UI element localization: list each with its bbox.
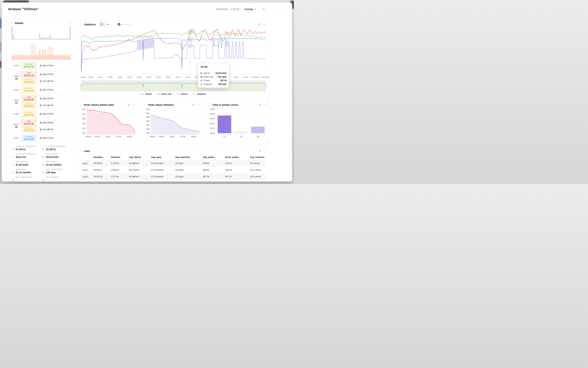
laps-cell: 6,79 km <box>109 162 127 165</box>
mini-bar <box>66 38 68 40</box>
workout-stat-label: MAX. PACE <box>16 169 40 171</box>
mini-bar <box>24 39 25 40</box>
axis-tick-label: 01:03:20 <box>262 76 269 78</box>
step-duration-cell: Work00:01:00 <box>21 120 37 126</box>
expand-icon[interactable] <box>128 104 130 106</box>
resize-handle[interactable] <box>267 142 268 143</box>
workout-step[interactable]: REPSx8Work00:00:30@ 350-370 WRecovery00:… <box>11 71 71 84</box>
laps-cell: 125 bpm <box>173 175 201 178</box>
mini-bar <box>37 39 39 40</box>
laps-cell: 166 W <box>201 169 224 171</box>
more-menu-icon[interactable] <box>197 104 199 105</box>
workout-step[interactable]: STEPRecovery00:05:00@ 150-170 W <box>11 110 71 118</box>
drag-handle-icon[interactable] <box>81 104 82 106</box>
time-mode-button[interactable] <box>99 22 105 27</box>
laps-cell: 01:28min/km <box>149 162 173 165</box>
sport-select[interactable]: Cycling <box>242 6 259 12</box>
axis-tick <box>87 134 87 135</box>
mini-bar <box>19 39 20 40</box>
distance-mode-button[interactable] <box>105 22 111 27</box>
table-row[interactable]: Lap 300:00:290,37 km45,56km/h01:19min/km… <box>81 173 266 180</box>
axis-tick <box>151 134 151 135</box>
step-kind-label: STEP <box>14 65 19 67</box>
axis-tick <box>256 75 256 76</box>
drag-handle-icon[interactable] <box>11 22 13 24</box>
laps-header-row: DurationDistanceAvg. SpeedAvg. paceAvg. … <box>81 154 266 160</box>
table-row[interactable]: Lap 400:00:310,4 km46,8km/h01:17min/km13… <box>81 180 266 182</box>
mini-bar <box>54 38 55 40</box>
heart-max-icon <box>11 179 14 182</box>
axis-tick <box>236 75 236 76</box>
more-menu-icon[interactable] <box>263 24 266 25</box>
axis-tick <box>81 75 81 76</box>
zoom-slider-knob[interactable] <box>118 23 120 26</box>
y-axis-label: 250 <box>146 128 149 130</box>
expand-icon[interactable] <box>258 23 261 26</box>
resize-handle[interactable] <box>267 96 268 97</box>
more-menu-icon[interactable] <box>68 23 71 23</box>
chart-legend: SpeedHeart ratePowerCadence <box>81 93 266 95</box>
zoom-slider[interactable] <box>115 24 131 25</box>
workout-stat-label: AVG. PACE <box>46 161 71 163</box>
workout-step[interactable]: STEPRecovery00:05:00@ 150-170 W <box>11 86 71 93</box>
y-axis-label: 155 <box>82 108 85 110</box>
drag-handle-icon[interactable] <box>81 150 82 152</box>
axis-tick-label: 05:00 <box>106 136 111 138</box>
step-duration: 00:05:00 <box>24 114 34 116</box>
chart-minimap[interactable] <box>81 81 266 91</box>
y-axis-label: 00:36 <box>210 118 215 120</box>
expand-icon[interactable] <box>259 150 261 152</box>
expand-icon[interactable] <box>192 104 194 106</box>
close-icon[interactable]: ✕ <box>262 7 266 11</box>
axis-tick-label: 03:20 <box>88 76 93 78</box>
workout-step[interactable]: REPSx6Work00:01:00@ 320-340 WRecovery00:… <box>11 119 71 133</box>
resize-handle[interactable] <box>200 142 202 143</box>
tooltip-series-dot <box>200 76 202 78</box>
workout-steps-list: STEPWarm-up00:30:00@ 150-170 WREPSx8Work… <box>11 62 71 142</box>
step-duration-cell: Work00:00:30 <box>21 71 37 78</box>
workout-step[interactable]: STEPWarm-up00:30:00@ 150-170 W <box>11 62 71 69</box>
drag-handle-icon[interactable] <box>209 104 211 106</box>
axis-tick <box>97 134 98 135</box>
table-row[interactable]: Lap 100:09:586,79 km40,89km/h01:28min/km… <box>81 160 266 167</box>
peak-power-chart <box>151 108 199 134</box>
legend-item[interactable]: Speed <box>141 93 152 95</box>
legend-swatch <box>157 94 160 94</box>
statistics-chart[interactable] <box>81 28 266 75</box>
step-target: @ 150-170 W <box>37 111 71 117</box>
y-axis-label: 450 <box>146 112 149 114</box>
mini-bar <box>51 38 53 40</box>
step-phase-label: Work <box>27 96 31 98</box>
workout-step[interactable]: STEPCool-down00:15:00@ 150-170 W <box>11 135 71 142</box>
minimap-left-handle[interactable] <box>80 84 82 88</box>
drag-handle-icon[interactable] <box>145 104 146 106</box>
table-row[interactable]: Lap 200:05:013,69 km44,17km/h01:22min/km… <box>81 167 266 173</box>
expand-icon[interactable] <box>259 104 261 106</box>
axis-tick-label: 06:40 <box>98 76 103 78</box>
legend-item[interactable]: Cadence <box>192 93 206 95</box>
step-kind: STEP <box>12 111 21 117</box>
workout-stats-grid: WORKOUT DURATION01:05:01ELAPSED DURATION… <box>11 146 71 182</box>
step-row: Recovery00:01:00@ 170-190 W <box>21 126 71 133</box>
mini-bar <box>35 39 36 40</box>
mini-bar <box>68 38 69 40</box>
workout-stat-value: 01:20 min/km <box>46 163 62 166</box>
workout-stat: AVG. PACE01:20 min/km <box>42 161 71 166</box>
more-menu-icon[interactable] <box>133 104 135 105</box>
legend-item[interactable]: Heart rate <box>157 93 172 95</box>
workout-stat: AVG. POWER <box>42 176 71 182</box>
details-panel: Details STEPWarm-up00:30:00@ 150-170 WRE… <box>8 19 74 182</box>
y-axis-label: 140 <box>82 123 85 125</box>
minimap-right-handle[interactable] <box>265 84 267 88</box>
mini-bar <box>13 34 14 40</box>
legend-item[interactable]: Power <box>176 93 188 95</box>
workout-step[interactable]: REPSx3Work00:02:00@ 300-320 WRecovery00:… <box>11 95 71 109</box>
resize-handle[interactable] <box>136 142 137 143</box>
more-menu-icon[interactable] <box>263 104 266 105</box>
more-menu-icon[interactable] <box>263 151 266 151</box>
y-axis-label: 130 <box>82 132 85 134</box>
workout-stat: MAX. PACE01:11 min/km <box>11 169 40 174</box>
step-phase-label: Recovery <box>25 87 33 90</box>
step-duration: 00:02:00 <box>24 98 34 101</box>
drag-handle-icon[interactable] <box>81 23 83 26</box>
